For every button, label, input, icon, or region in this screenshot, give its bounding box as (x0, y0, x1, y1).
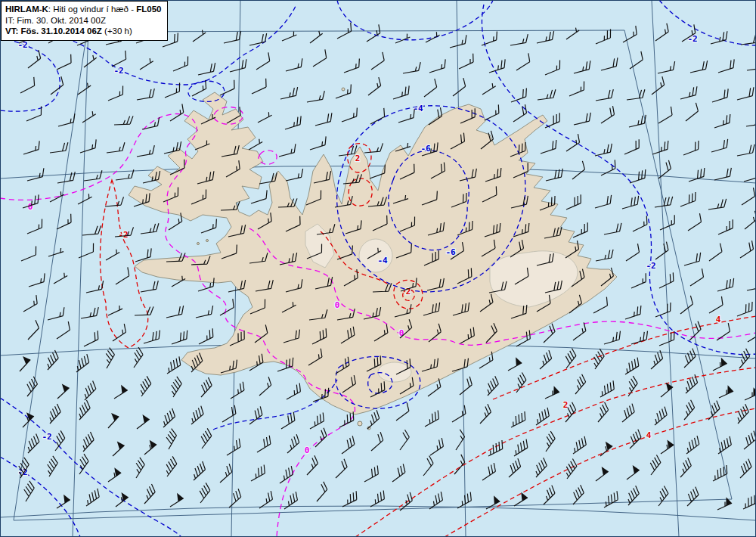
island (197, 243, 200, 245)
contour-label: 2 (563, 400, 569, 410)
valid-time: VT: Fös. 31.10.2014 06Z (5, 26, 102, 36)
contour-label: -4 (377, 256, 388, 265)
init-time-line: IT: Fim. 30. Okt. 2014 00Z (5, 15, 161, 26)
valid-time-line: VT: Fös. 31.10.2014 06Z (+30 h) (5, 26, 161, 37)
island (206, 240, 209, 242)
valid-offset: (+30 h) (102, 26, 132, 36)
contour-label: -4 (413, 104, 423, 113)
weather-map-page: -2-2-2-2-2-2-4-4-6-60000-222244 HIRLAM-K… (0, 0, 756, 537)
contour-label: 0 (335, 300, 340, 310)
contour-label: -6 (420, 144, 431, 154)
glacier-myrdalsjokull (378, 362, 411, 382)
island (342, 88, 345, 91)
contour-label: 0 (305, 445, 310, 455)
contour-label: 2 (355, 154, 361, 163)
model-name: HIRLAM-K (5, 5, 48, 14)
contour-label: -2 (42, 432, 51, 442)
map-title-text: : Hiti og vindur í hæð - (48, 5, 136, 14)
contour-label: -6 (445, 247, 456, 257)
flight-level: FL050 (136, 5, 161, 14)
map-info-box: HIRLAM-K: Hiti og vindur í hæð - FL050 I… (1, 1, 168, 41)
contour-label: 4 (646, 430, 652, 440)
contour-label: -2 (113, 66, 123, 76)
island (358, 421, 362, 426)
contour-label: -2 (687, 34, 697, 44)
map-title-line: HIRLAM-K: Hiti og vindur í hæð - FL050 (5, 4, 161, 15)
contour-label: -2 (118, 230, 128, 240)
weather-map: -2-2-2-2-2-2-4-4-6-60000-222244 (0, 0, 756, 537)
contour-label: 4 (716, 315, 721, 324)
contour-label: -2 (646, 261, 655, 271)
